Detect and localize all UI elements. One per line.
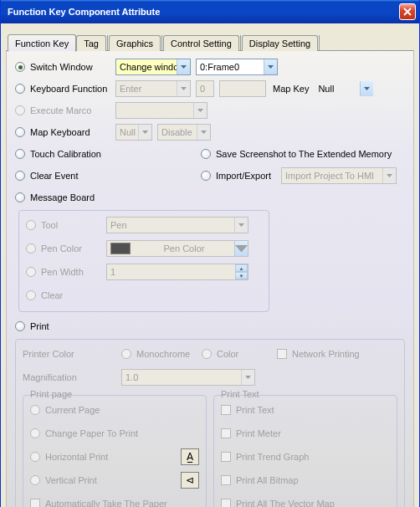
dropdown-kb-num: 0 <box>196 80 214 97</box>
radio-save-screenshot[interactable] <box>201 149 211 159</box>
row-touch-save: Touch Calibration Save Screenshot to The… <box>15 145 405 163</box>
label-map-key: Map Key <box>273 84 309 94</box>
radio-clear <box>26 290 36 300</box>
radio-pen-width <box>26 267 36 277</box>
check-print-text <box>221 405 231 415</box>
chevron-down-icon <box>234 218 248 233</box>
dropdown-switch-type[interactable]: Change window <box>115 59 191 75</box>
radio-switch-window[interactable] <box>15 62 25 72</box>
horizontal-print-icon: A̲ <box>181 448 199 465</box>
chevron-down-icon <box>177 59 190 74</box>
label-clear-event: Clear Event <box>30 171 196 181</box>
close-icon <box>403 8 412 16</box>
function-key-panel: Switch Window Change window 0:Frame0 Key… <box>6 50 414 507</box>
tab-function-key[interactable]: Function Key <box>8 34 76 52</box>
radio-vertical-print <box>30 475 40 485</box>
label-tool: Tool <box>41 220 101 230</box>
radio-keyboard-function[interactable] <box>15 84 25 94</box>
radio-message-board[interactable] <box>15 192 25 202</box>
dropdown-kb-action: Enter <box>115 80 191 97</box>
label-pen-width: Pen Width <box>41 267 101 277</box>
label-clear: Clear <box>41 290 63 300</box>
radio-monochrome <box>121 349 131 359</box>
label-magnification: Magnification <box>23 372 96 382</box>
check-print-meter <box>221 428 231 438</box>
row-message-board-radio: Message Board <box>15 188 405 207</box>
radio-map-keyboard[interactable] <box>15 127 25 137</box>
row-switch-window: Switch Window Change window 0:Frame0 <box>15 58 405 76</box>
radio-pen-color <box>26 243 36 254</box>
dropdown-mapkb-1: Null <box>115 124 152 141</box>
chevron-down-icon <box>234 241 248 256</box>
label-print-vector: Print All The Vector Map <box>236 499 335 507</box>
row-keyboard-function: Keyboard Function Enter 0 Map Key Null <box>15 79 405 98</box>
label-current-page: Current Page <box>45 405 100 415</box>
row-print-radio: Print <box>15 317 405 335</box>
field-kb-extra <box>219 80 266 97</box>
dropdown-macro <box>115 102 207 119</box>
label-print-text: Print Text <box>236 405 274 415</box>
tab-control-setting[interactable]: Control Setting <box>163 35 239 51</box>
chevron-down-icon <box>193 103 207 118</box>
chevron-down-icon <box>197 125 210 140</box>
dropdown-frame[interactable]: 0:Frame0 <box>196 59 278 75</box>
label-execute-macro: Execute Marco <box>30 105 110 115</box>
tab-display-setting[interactable]: Display Setting <box>242 35 318 51</box>
label-import-export: Import/Export <box>216 171 276 181</box>
check-network-printing <box>277 349 287 359</box>
tab-bar: Function Key Tag Graphics Control Settin… <box>6 32 414 50</box>
chevron-down-icon <box>382 168 396 183</box>
spinner-pen-width: 1 ▲▼ <box>106 264 248 280</box>
radio-horizontal-print <box>30 452 40 462</box>
label-pen-color: Pen Color <box>41 243 101 254</box>
label-switch-window: Switch Window <box>30 62 110 72</box>
dropdown-map-key[interactable]: Null <box>314 80 374 97</box>
dialog-title: Function Key Component Attribute <box>8 7 399 17</box>
label-horizontal-print: Horizontal Print <box>45 452 176 462</box>
spin-up-icon: ▲ <box>235 264 248 272</box>
label-vertical-print: Vertical Print <box>45 475 176 485</box>
group-print: Printer Color Monochrome Color Network P… <box>15 339 405 507</box>
check-print-vector <box>221 499 231 507</box>
titlebar[interactable]: Function Key Component Attribute <box>1 0 419 23</box>
label-print: Print <box>30 321 49 331</box>
chevron-down-icon <box>360 81 373 96</box>
group-print-page: Print page Current Page Change Paper To … <box>23 395 207 507</box>
dropdown-mapkb-2: Disable <box>157 124 211 141</box>
label-message-board: Message Board <box>30 192 95 202</box>
spin-down-icon: ▼ <box>235 272 248 279</box>
dropdown-tool: Pen <box>106 217 248 233</box>
tab-graphics[interactable]: Graphics <box>109 35 161 51</box>
group-message-board: Tool Pen Pen Color Pen Color <box>18 210 269 312</box>
label-save-screenshot: Save Screenshot to The Extended Memory <box>216 149 392 159</box>
label-print-bitmap: Print All Bitmap <box>236 475 299 485</box>
radio-change-paper <box>30 428 40 438</box>
label-keyboard-function: Keyboard Function <box>30 84 110 94</box>
radio-color <box>202 349 212 359</box>
radio-clear-event[interactable] <box>15 171 25 181</box>
radio-tool <box>26 220 36 230</box>
radio-touch-calibration[interactable] <box>15 149 25 159</box>
legend-print-text: Print Text <box>219 389 261 399</box>
close-button[interactable] <box>399 3 416 20</box>
label-print-trend: Print Trend Graph <box>236 452 309 462</box>
legend-print-page: Print page <box>28 389 74 399</box>
label-change-paper: Change Paper To Print <box>45 428 138 438</box>
dialog-window: Function Key Component Attribute Functio… <box>0 0 420 507</box>
label-touch-calibration: Touch Calibration <box>30 149 196 159</box>
radio-execute-macro <box>15 105 25 115</box>
print-subgroups: Print page Current Page Change Paper To … <box>23 392 397 507</box>
radio-current-page <box>30 405 40 415</box>
radio-import-export[interactable] <box>201 171 211 181</box>
row-clear-import: Clear Event Import/Export Import Project… <box>15 166 405 185</box>
label-network-printing: Network Printing <box>292 349 360 359</box>
radio-print[interactable] <box>15 321 25 331</box>
check-print-trend <box>221 452 231 462</box>
tab-tag[interactable]: Tag <box>76 35 106 51</box>
check-auto-take-paper <box>30 499 40 507</box>
label-printer-color: Printer Color <box>23 349 96 359</box>
chevron-down-icon <box>241 370 254 385</box>
row-execute-macro: Execute Marco <box>15 101 405 120</box>
vertical-print-icon: ⊲ <box>181 472 199 489</box>
button-pen-color: Pen Color <box>106 240 248 257</box>
